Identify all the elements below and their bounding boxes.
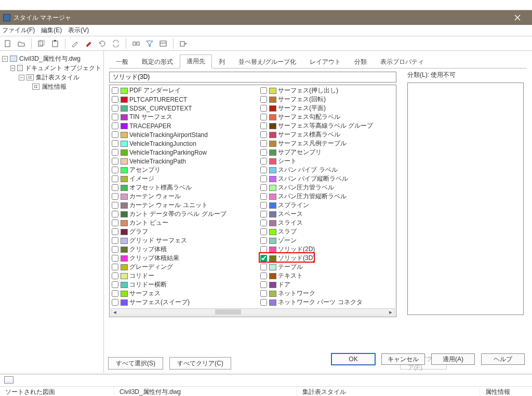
list-item[interactable]: スパン パイプ縦断ラベル [260, 174, 391, 183]
list-item[interactable]: コリドー横断 [112, 280, 256, 289]
item-checkbox[interactable] [260, 281, 267, 288]
list-item[interactable]: スペース [260, 210, 391, 219]
paste-icon[interactable] [49, 38, 61, 49]
item-checkbox[interactable] [260, 202, 267, 209]
list-item[interactable]: カーテン ウォール [112, 192, 256, 201]
item-checkbox[interactable] [260, 228, 267, 235]
item-checkbox[interactable] [260, 131, 267, 138]
item-checkbox[interactable] [260, 140, 267, 147]
list-item[interactable]: VehicleTrackingPath [112, 157, 256, 166]
status-icon[interactable] [4, 376, 14, 384]
list-item[interactable]: TRACEPAPER [112, 121, 256, 130]
item-checkbox[interactable] [260, 237, 267, 244]
apply-button[interactable]: 適用(A) [431, 353, 475, 365]
list-item[interactable]: VehicleTrackingAirportStand [112, 130, 256, 139]
list-item[interactable]: サーフェス等高線ラベル グループ [260, 121, 391, 130]
item-checkbox[interactable] [112, 105, 118, 112]
item-checkbox[interactable] [260, 193, 267, 200]
list-item[interactable]: オフセット標高ラベル [112, 183, 256, 192]
item-checkbox[interactable] [112, 264, 118, 270]
help-button[interactable]: ヘルプ [481, 353, 525, 365]
export-icon[interactable] [178, 38, 189, 49]
item-checkbox[interactable] [112, 167, 118, 173]
list-item[interactable]: サーフェス標高ラベル [260, 130, 391, 139]
list-item[interactable]: ドア [260, 280, 391, 289]
item-checkbox[interactable] [112, 220, 118, 226]
tab-classify[interactable]: 分類 [348, 55, 374, 69]
tab-apply[interactable]: 適用先 [180, 54, 212, 69]
list-item[interactable]: ソリッド(3D) [260, 254, 391, 263]
tab-layout[interactable]: レイアウト [303, 55, 348, 69]
menu-file[interactable]: ファイル(F) [2, 26, 35, 35]
list-item[interactable]: クリップ体積結果 [112, 254, 256, 263]
list-item[interactable]: スパン圧力管ラベル [260, 183, 391, 192]
collapse-icon[interactable]: − [10, 65, 15, 71]
list-item[interactable]: シート [260, 157, 391, 166]
menu-edit[interactable]: 編集(E) [41, 26, 62, 35]
list-item[interactable]: カント ビュー [112, 219, 256, 227]
item-checkbox[interactable] [260, 149, 267, 156]
tree-table-style[interactable]: 集計表スタイル [36, 73, 79, 82]
item-checkbox[interactable] [112, 211, 118, 217]
item-checkbox[interactable] [112, 140, 118, 147]
list-item[interactable]: PLTCAPTURERECT [112, 95, 256, 104]
menu-view[interactable]: 表示(V) [68, 26, 89, 35]
list-item[interactable]: グリッド サーフェス [112, 236, 256, 245]
list-item[interactable]: ネットワーク [260, 289, 391, 298]
item-checkbox[interactable] [260, 211, 267, 217]
copy-icon[interactable] [36, 38, 47, 49]
item-checkbox[interactable] [260, 105, 267, 112]
list-item[interactable]: ソリッド(2D) [260, 245, 391, 254]
list-item[interactable]: サーフェス(回転) [260, 95, 391, 104]
item-checkbox[interactable] [112, 158, 118, 165]
item-checkbox[interactable] [112, 202, 118, 209]
item-checkbox[interactable] [112, 175, 118, 182]
scroll-left-icon[interactable]: ◄ [111, 309, 118, 315]
tree-attribute-info[interactable]: 属性情報 [42, 83, 66, 91]
item-checkbox[interactable] [260, 158, 267, 165]
brush-icon[interactable] [83, 38, 95, 49]
item-checkbox[interactable] [260, 114, 267, 120]
item-checkbox[interactable] [112, 122, 118, 129]
item-checkbox[interactable] [260, 246, 267, 253]
edit-icon[interactable] [70, 38, 81, 49]
list-item[interactable]: イメージ [112, 174, 256, 183]
list-item[interactable]: サーフェス凡例テーブル [260, 139, 391, 148]
item-checkbox[interactable] [112, 193, 118, 200]
list-item[interactable]: カント データ帯のラベル グループ [112, 210, 256, 219]
tab-defaults[interactable]: 既定の形式 [135, 55, 180, 69]
item-checkbox[interactable] [112, 131, 118, 138]
list-item[interactable]: ゾーン [260, 236, 391, 245]
list-item[interactable]: クリップ体積 [112, 245, 256, 254]
tab-display[interactable]: 表示プロパティ [374, 55, 431, 69]
item-checkbox[interactable] [112, 87, 118, 94]
list-item[interactable]: サーフェス(平面) [260, 104, 391, 113]
item-checkbox[interactable] [260, 87, 267, 94]
item-checkbox[interactable] [260, 299, 267, 306]
list-item[interactable]: VehicleTrackingParkingRow [112, 148, 256, 157]
item-checkbox[interactable] [260, 290, 267, 297]
filter-input[interactable] [109, 72, 396, 83]
item-checkbox[interactable] [112, 237, 118, 244]
collapse-icon[interactable]: − [19, 75, 24, 80]
tab-columns[interactable]: 列 [212, 55, 232, 69]
list-item[interactable]: SDSK_CURVEDTEXT [112, 104, 256, 113]
item-checkbox[interactable] [260, 96, 267, 103]
open-icon[interactable] [16, 38, 27, 49]
item-checkbox[interactable] [260, 272, 267, 279]
item-checkbox[interactable] [112, 96, 118, 103]
list-item[interactable]: コリドー [112, 271, 256, 280]
item-checkbox[interactable] [260, 220, 267, 226]
list-item[interactable]: VehicleTrackingJunction [112, 139, 256, 148]
filter-icon[interactable] [144, 38, 155, 49]
list-item[interactable]: スプライン [260, 201, 391, 210]
h-scrollbar[interactable]: ◄ ► [111, 308, 395, 316]
list-item[interactable]: スパン圧力管縦断ラベル [260, 192, 391, 201]
list-item[interactable]: サーフェス(押し出し) [260, 86, 391, 95]
list-item[interactable]: サーフェス(スイープ) [112, 298, 256, 307]
scroll-thumb[interactable] [215, 309, 241, 315]
list-item[interactable]: PDF アンダーレイ [112, 86, 256, 95]
item-checkbox[interactable] [112, 255, 118, 262]
item-checkbox[interactable] [112, 149, 118, 156]
item-checkbox[interactable] [112, 184, 118, 191]
